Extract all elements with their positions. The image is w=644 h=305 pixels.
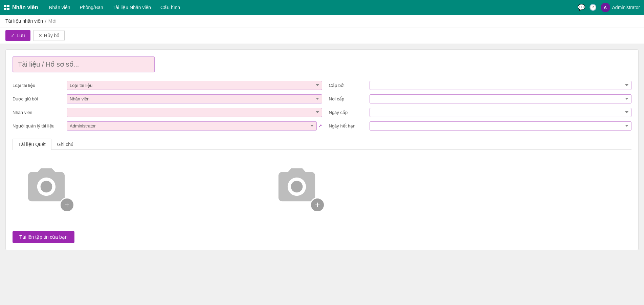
label-cap-boi: Cấp bởi — [329, 83, 370, 88]
form-row-ngay-het-han: Ngày hết hạn — [329, 120, 632, 132]
breadcrumb-current: Mới — [48, 18, 57, 24]
chat-icon-button[interactable]: 💬 — [578, 4, 585, 11]
menu-item-nhanvien[interactable]: Nhân viên — [45, 3, 74, 12]
breadcrumb-separator: / — [45, 18, 46, 24]
form-row-cap-boi: Cấp bởi — [329, 79, 632, 91]
form-row-nguoi-quan-ly: Người quản lý tài liệu Administrator ↗ — [13, 120, 322, 132]
save-button[interactable]: ✓ Lưu — [5, 30, 30, 41]
label-nguoi-quan-ly: Người quản lý tài liệu — [13, 123, 67, 128]
form-row-duoc-giu-boi: Được giữ bởi Nhân viên — [13, 93, 322, 105]
form-left: Loại tài liệu Loại tài liệu Được giữ bởi… — [13, 79, 322, 132]
label-ngay-cap: Ngày cấp — [329, 110, 370, 115]
select-cap-boi[interactable] — [370, 81, 632, 90]
main-content: Loại tài liệu Loại tài liệu Được giữ bởi… — [0, 44, 644, 256]
form-grid: Loại tài liệu Loại tài liệu Được giữ bởi… — [13, 79, 631, 132]
navbar-menu: Nhân viên Phòng/Ban Tài liệu Nhân viên C… — [45, 3, 577, 12]
select-nhan-vien[interactable] — [67, 108, 322, 117]
app-title: Nhân viên — [12, 4, 38, 10]
cancel-icon: ✕ — [38, 33, 42, 38]
camera-upload-2[interactable]: + — [263, 157, 331, 217]
label-ngay-het-han: Ngày hết hạn — [329, 123, 370, 128]
select-nguoi-quan-ly[interactable]: Administrator — [67, 121, 317, 131]
navbar-brand: Nhân viên — [4, 4, 38, 10]
control-loai-tai-lieu: Loại tài liệu — [67, 81, 322, 90]
label-nhan-vien: Nhân viên — [13, 110, 67, 115]
form-row-noi-cap: Nơi cấp — [329, 93, 632, 105]
tab-content: + + — [13, 150, 631, 224]
breadcrumb-parent[interactable]: Tài liệu nhân viên — [5, 18, 43, 24]
control-cap-boi — [370, 81, 632, 90]
document-title-input[interactable] — [13, 56, 155, 72]
form-row-loai-tai-lieu: Loại tài liệu Loại tài liệu — [13, 79, 322, 91]
control-noi-cap — [370, 94, 632, 103]
navbar-right: 💬 🕐 A Administrator — [578, 3, 640, 12]
select-ngay-cap[interactable] — [370, 108, 632, 117]
clock-icon-button[interactable]: 🕐 — [589, 4, 597, 11]
plus-circle-1: + — [60, 197, 74, 212]
user-name: Administrator — [612, 5, 640, 10]
control-duoc-giu-boi: Nhân viên — [67, 94, 322, 103]
navbar: Nhân viên Nhân viên Phòng/Ban Tài liệu N… — [0, 0, 644, 15]
label-noi-cap: Nơi cấp — [329, 96, 370, 101]
save-label: Lưu — [17, 33, 25, 38]
cancel-button[interactable]: ✕ Hủy bỏ — [33, 30, 65, 41]
select-ngay-het-han[interactable] — [370, 121, 632, 131]
control-ngay-cap — [370, 108, 632, 117]
user-menu[interactable]: A Administrator — [601, 3, 640, 12]
breadcrumb: Tài liệu nhân viên / Mới — [0, 15, 644, 27]
label-loai-tai-lieu: Loại tài liệu — [13, 83, 67, 88]
menu-item-cauhinh[interactable]: Cấu hình — [156, 3, 184, 12]
plus-circle-2: + — [310, 197, 325, 212]
user-avatar: A — [601, 3, 610, 12]
tab-ghi-chu[interactable]: Ghi chú — [51, 139, 79, 150]
control-nguoi-quan-ly: Administrator ↗ — [67, 121, 322, 131]
form-card: Loại tài liệu Loại tài liệu Được giữ bởi… — [5, 49, 639, 250]
menu-item-tailieu[interactable]: Tài liệu Nhân viên — [109, 3, 155, 12]
save-icon: ✓ — [11, 33, 15, 38]
tab-tai-lieu-quet[interactable]: Tài liệu Quét — [13, 139, 51, 150]
control-nhan-vien — [67, 108, 322, 117]
cancel-label: Hủy bỏ — [44, 33, 60, 38]
control-ngay-het-han — [370, 121, 632, 131]
camera-upload-1[interactable]: + — [13, 157, 80, 217]
menu-item-phongban[interactable]: Phòng/Ban — [76, 3, 107, 12]
select-duoc-giu-boi[interactable]: Nhân viên — [67, 94, 322, 103]
form-row-nhan-vien: Nhân viên — [13, 106, 322, 118]
action-bar: ✓ Lưu ✕ Hủy bỏ — [0, 27, 644, 44]
tabs: Tài liệu Quét Ghi chú — [13, 139, 631, 150]
upload-button[interactable]: Tải lên tập tin của bạn — [13, 231, 74, 243]
select-loai-tai-lieu[interactable]: Loại tài liệu — [67, 81, 322, 90]
form-right: Cấp bởi Nơi cấp — [322, 79, 632, 132]
label-duoc-giu-boi: Được giữ bởi — [13, 96, 67, 101]
select-noi-cap[interactable] — [370, 94, 632, 103]
external-link-icon[interactable]: ↗ — [318, 123, 322, 128]
form-row-ngay-cap: Ngày cấp — [329, 106, 632, 118]
grid-icon — [4, 5, 9, 10]
